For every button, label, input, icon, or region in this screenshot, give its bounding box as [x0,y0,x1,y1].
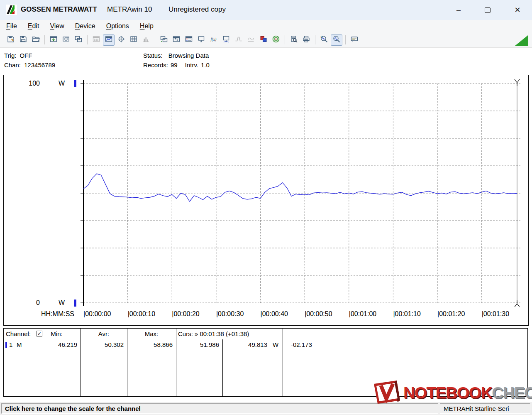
device-settings-button[interactable] [171,34,182,46]
yt-chart-view-button[interactable] [103,34,115,46]
channel-colors-button[interactable] [258,34,269,46]
menu-item-view[interactable]: View [44,21,69,31]
maximize-icon [485,7,491,13]
menu-item-device[interactable]: Device [70,21,101,31]
copy-window-button[interactable] [73,34,84,46]
target-button[interactable] [270,34,282,46]
target-icon [272,35,280,45]
x-tick-label: |00:01:00 [349,310,376,318]
window-brand: GOSSEN METRAWATT [21,5,97,14]
chan-value: 123456789 [24,61,55,69]
channel-marker-top[interactable] [74,80,76,87]
x-axis-label: HH:MM:SS [41,310,74,318]
numeric-display-button: 888 [90,34,102,46]
yt-chart-view-icon [105,35,113,45]
column-divider [33,329,33,396]
zoom-curve-button[interactable] [331,34,342,46]
x-tick-label: |00:00:10 [128,310,155,318]
channel-list-icon [185,35,193,45]
acquisition-status: Status:Browsing Data [143,52,209,59]
x-tick-label: |00:00:40 [261,310,288,318]
monitor-view-button[interactable] [195,34,207,46]
menu-item-edit[interactable]: Edit [22,21,45,31]
avr-value: 50.302 [81,341,124,348]
zoom-time-button[interactable]: M [318,34,330,46]
transfer-window-button[interactable] [158,34,170,46]
trigger-status: Trig:OFF [4,52,32,59]
status-label: Status: [143,52,163,59]
open-file-button[interactable] [30,34,41,46]
monitor-view-icon [197,35,205,45]
maximize-button[interactable] [476,0,500,20]
snapshot-button[interactable] [60,34,72,46]
x-tick-label: |00:00:50 [305,310,332,318]
bar-graph-view-icon [142,35,150,45]
minimize-button[interactable]: – [447,0,471,20]
resize-corner-accent [515,35,528,46]
channel-mode: M [17,341,22,348]
x-tick-label: |00:00:00 [83,310,111,318]
column-divider [176,329,176,396]
comment-icon [350,35,359,45]
print-preview-button[interactable] [288,34,300,46]
channel-row-1[interactable]: 1 M 46.219 50.302 58.866 51.986 49.813 W… [4,341,527,349]
y-axis-max-label: 100 [23,80,40,87]
pc-connect-icon [222,35,230,45]
status-value: Browsing Data [168,52,209,59]
license-status: Unregistered copy [168,5,226,14]
table-view-icon [129,35,138,45]
menu-item-options[interactable]: Options [101,21,134,31]
new-file-button[interactable] [5,34,17,46]
max-value: 58.866 [127,341,173,348]
notebookcheck-check-icon [373,380,402,406]
export-window-button[interactable] [48,34,59,46]
cursor-b-value: 49.813 [222,341,267,348]
avr-column-header: Avr: [81,330,127,337]
gossen-metrawatt-logo [6,5,17,15]
pc-connect-button[interactable] [220,34,232,46]
svg-text:888: 888 [94,38,99,42]
column-divider [283,329,283,396]
envelope-curve-icon [247,35,255,45]
export-window-icon [49,35,58,45]
menu-item-help[interactable]: Help [134,21,159,31]
min-value: 46.219 [33,341,77,348]
trigger-curve-button [233,34,244,46]
x-tick-label: |00:01:30 [482,310,509,318]
function-icon: f(x) [210,35,218,45]
menu-item-file[interactable]: File [1,21,22,31]
y-axis-unit-top: W [59,80,65,87]
x-tick-label: |00:00:20 [172,310,199,318]
trigger-curve-icon [234,35,243,45]
svg-text:f(x): f(x) [211,37,217,42]
title-bar: GOSSEN METRAWATT METRAwin 10 Unregistere… [0,0,532,20]
toolbar-separator [345,35,346,44]
notebookcheck-watermark: NOTEBOOKCHECK [373,380,527,406]
zoom-time-icon: M [320,35,328,45]
min-column-header: Min: [33,330,81,337]
records-status: Records:99Intrv.1.0 [143,61,210,69]
cursor-a-value: 51.986 [176,341,219,348]
trig-value: OFF [20,52,32,59]
y-axis-unit-bottom: W [59,299,65,307]
toolbar: 888f(x)M [0,32,532,48]
close-icon: ✕ [514,5,520,15]
toolbar-separator [155,35,155,44]
records-value: 99 [171,61,178,69]
save-file-button[interactable] [17,34,29,46]
table-view-button[interactable] [128,34,139,46]
cursor-column-header: Curs: » 00:01:38 (+01:38) [178,330,249,337]
channel-colors-icon [259,35,268,45]
close-button[interactable]: ✕ [505,0,530,20]
print-button[interactable] [300,34,312,46]
function-button[interactable]: f(x) [208,34,220,46]
chart-plot-svg[interactable] [4,75,528,325]
channel-status: Chan:123456789 [4,61,55,69]
comment-button[interactable] [349,34,360,46]
xy-chart-view-button[interactable] [115,34,127,46]
column-divider [127,329,127,396]
toolbar-separator [315,35,315,44]
channel-list-button[interactable] [183,34,195,46]
new-file-icon [7,35,15,45]
channel-marker-bottom[interactable] [74,300,76,307]
